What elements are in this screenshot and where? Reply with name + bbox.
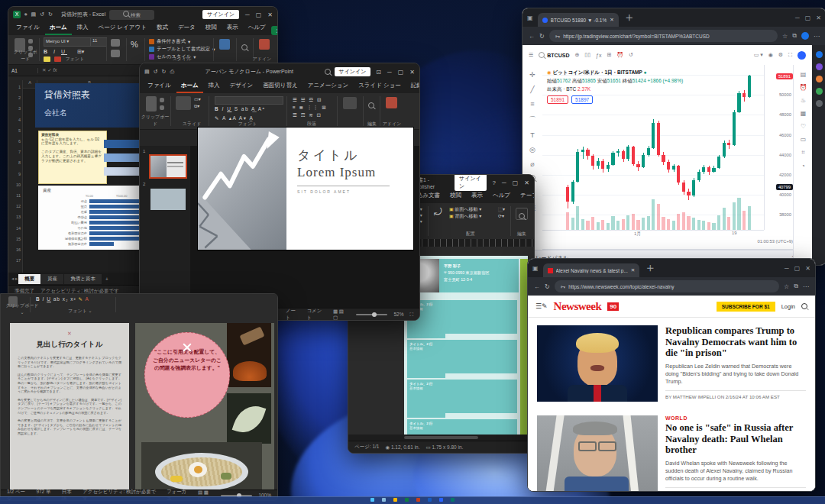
section-label[interactable]: タイトル、2 行基本情報 — [407, 380, 445, 418]
new-sheet-button[interactable]: + — [102, 276, 112, 282]
slide-layout-buttons[interactable]: ▭▾⧉▾ — [194, 96, 201, 110]
view-icons[interactable]: ▦ ▤ ▢ — [333, 309, 350, 321]
ribbon-tab[interactable]: ホーム — [176, 80, 203, 93]
status-page[interactable]: ページ: 1/1 — [354, 444, 379, 451]
maximize-button[interactable]: ▢ — [256, 11, 262, 18]
powerpoint-titlebar[interactable]: ▤ ↺ ↻ ⎙ アーバン モノクローム - PowerPoint サインイン ⊡… — [140, 63, 419, 80]
border-button[interactable]: ⊞▾ — [77, 49, 84, 55]
browser-menu-icon[interactable]: ▣ — [527, 15, 533, 21]
ribbon-tab[interactable]: テーブル デザイン — [516, 190, 535, 203]
minimize-button[interactable]: ─ — [387, 69, 392, 76]
section-box[interactable] — [444, 340, 517, 373]
save-layout-button[interactable]: ▭ ▾ — [754, 52, 763, 58]
edit-find-button[interactable] — [516, 208, 528, 220]
publish-button[interactable] — [798, 51, 806, 60]
ribbon-display-icon[interactable]: ⊡ — [376, 69, 381, 76]
new-tab-button[interactable]: ＋ — [623, 10, 636, 26]
paragraph[interactable]: 色を変更してから元のデザインに戻したい場合は、簡単です。[デザイン] タブに戻り… — [18, 398, 121, 415]
trump-photo[interactable] — [537, 325, 658, 402]
replay-icon[interactable]: ↺ — [629, 52, 633, 58]
editing-find-button[interactable] — [368, 98, 374, 111]
tab-close-icon[interactable]: ✕ — [610, 17, 613, 23]
hotlist-icon[interactable]: ♨ — [801, 97, 806, 104]
word-window[interactable]: B I U ab x₂ x² ✎ A クリップボード ⌄ フォント ⌄ ✕ 見出… — [0, 293, 278, 501]
buy-button[interactable]: 51897 — [571, 95, 593, 104]
refresh-icon[interactable]: ↻ — [539, 33, 545, 40]
layout-grid-icon[interactable]: ⊞ — [607, 52, 611, 58]
sheet-tab[interactable]: 負債と資本 — [64, 274, 102, 284]
find-select-button[interactable] — [241, 40, 247, 53]
zoom-level[interactable]: 52% — [393, 312, 403, 317]
minimize-button[interactable]: ─ — [502, 179, 506, 186]
ribbon-tab[interactable]: 数式 — [152, 22, 173, 35]
site-search-icon[interactable] — [801, 303, 807, 309]
explorer-icon[interactable] — [393, 498, 397, 502]
ribbon-tab[interactable]: ファイル — [11, 22, 44, 35]
ribbon-tab[interactable]: 表示 — [467, 190, 487, 203]
signin-button[interactable]: サインイン — [455, 174, 487, 191]
chat-icon[interactable]: ▭ — [801, 136, 807, 143]
url-field[interactable]: 🗝 https://jp.tradingview.com/chart/?symb… — [549, 30, 778, 42]
horizontal-scrollbar[interactable] — [348, 435, 534, 441]
browser-menu-icon[interactable]: ▣ — [532, 265, 539, 272]
ribbon-tab[interactable]: ヘルプ — [244, 22, 270, 35]
browser-tab[interactable]: Alexei Navalny news & latest p... ✕ — [543, 263, 640, 277]
font-name-select[interactable]: Meiryo UI ▾ — [44, 37, 92, 47]
fit-slide-icon[interactable]: ⛶ — [409, 312, 413, 318]
subscribe-button[interactable]: SUBSCRIBE FOR $1 — [717, 302, 775, 312]
object-tree-icon[interactable]: ⌗ — [801, 149, 805, 157]
document-page-1[interactable]: ✕ 見出し行のタイトル この文書内のテキストを変更するには、更新するテキスト ブ… — [10, 323, 129, 489]
save-icon[interactable]: ▤ — [31, 11, 37, 18]
redo-icon[interactable]: ↻ — [48, 11, 53, 18]
section-box[interactable] — [444, 380, 517, 413]
settings-gear-icon[interactable]: ⚙ — [778, 52, 783, 58]
ribbon-tab[interactable]: ヘルプ — [488, 190, 515, 203]
login-link[interactable]: Login — [781, 303, 795, 310]
formula-icons[interactable]: ✕ ✓ fx — [38, 67, 61, 73]
document-page-2-newsletter[interactable]: “ここに引用文を配置して、ご自分のニュースレターのこの問題を強調表示します。” — [135, 323, 274, 489]
wrap-text-button[interactable]: ⤾ — [434, 206, 442, 218]
ribbon-tab[interactable]: 校閲 — [445, 190, 466, 203]
comments-button[interactable]: コメント — [306, 308, 326, 321]
format-as-table-button[interactable]: テーブルとして書式設定 ▾ — [149, 46, 215, 53]
sidebar-app-icon[interactable] — [816, 63, 823, 70]
slide-thumbnail-2[interactable] — [150, 189, 186, 210]
watchlist-sidebar[interactable]: ▤ ⏰ ♨ ▦ ♡ ▭ ⌗ ◔ — [793, 65, 813, 265]
powerpoint-taskbar-icon[interactable] — [416, 498, 420, 502]
font-style-buttons[interactable]: B I U S ab A͟ Aᵃ — [215, 106, 266, 111]
favorites-icon[interactable]: ☆ — [782, 33, 788, 40]
ribbon-tab[interactable]: 挿入 — [204, 80, 225, 93]
sidebar-app-icon[interactable] — [816, 76, 823, 82]
notes-button[interactable]: ノート — [286, 308, 301, 321]
minimize-button[interactable]: ─ — [245, 11, 250, 18]
edge-sidebar[interactable] — [812, 45, 825, 265]
conditional-formatting-button[interactable]: 条件付き書式 ▾ — [149, 38, 215, 45]
new-slide-button[interactable] — [176, 96, 191, 110]
slide-editing-area[interactable]: タイトル Lorem Ipsum SIT DOLOR AMET — [198, 128, 413, 250]
ribbon-tab[interactable]: ホーム — [45, 22, 72, 35]
contact-card[interactable]: 平野 彩子 〒950-0950 東京都新宿区 富士見町 12-3-4 — [439, 259, 519, 292]
ribbon-tab[interactable]: 挿入 — [73, 22, 93, 35]
sell-button[interactable]: 51891 — [547, 95, 568, 104]
signin-button[interactable]: サインイン — [202, 10, 239, 19]
maximize-button[interactable]: ▢ — [398, 69, 404, 76]
hamburger-icon[interactable]: ☰ — [529, 52, 533, 58]
ribbon-tab[interactable]: 表示 — [222, 22, 243, 35]
ribbon-tab[interactable]: 画面切り替え — [258, 80, 302, 93]
slide-subtitle[interactable]: SIT DOLOR AMET — [297, 186, 390, 194]
back-icon[interactable]: ← — [529, 33, 535, 40]
font-size-select[interactable]: 11 — [90, 37, 107, 47]
zoom-slider[interactable] — [356, 314, 388, 315]
sidebar-app-icon[interactable] — [816, 88, 823, 95]
minimize-button[interactable]: ─ — [785, 265, 789, 272]
redo-icon[interactable]: ↻ — [162, 69, 167, 75]
word-taskbar-icon[interactable] — [428, 498, 432, 502]
trendline-tool-icon[interactable]: ╱ — [530, 86, 534, 93]
ribbon-tab[interactable]: データ — [173, 22, 200, 35]
section-label[interactable]: タイトル、2 行基本情報 — [407, 340, 445, 378]
chart-clock[interactable]: 01:00:53 (UTC+9) — [542, 239, 798, 250]
tradingview-browser-window[interactable]: ▣ BTCUSD 51880 ▼ -0.1% ✕ ＋ ─ ▢ ✕ ← ↻ 🗝 h… — [522, 8, 825, 266]
favorites-icon[interactable]: ☆ — [784, 283, 789, 290]
extensions-icon[interactable]: ⧉ — [792, 32, 797, 40]
tab-close-icon[interactable]: ✕ — [631, 267, 635, 273]
